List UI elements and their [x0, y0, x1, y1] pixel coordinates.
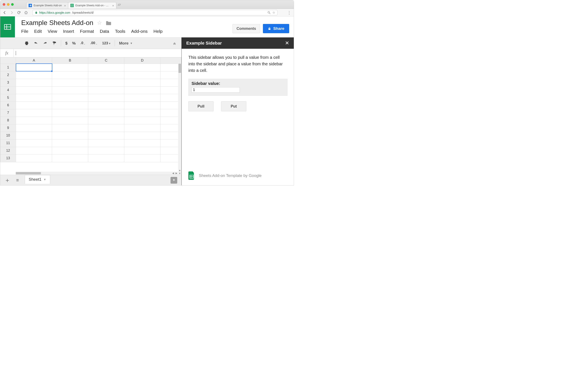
tab-close-icon[interactable]: × [64, 4, 66, 7]
cell-C2[interactable] [88, 71, 124, 79]
undo-icon[interactable] [34, 41, 38, 45]
address-bar[interactable]: https://docs.google.com/spreadsheets/d/ … [32, 10, 277, 15]
new-tab-button[interactable]: ▱ [118, 2, 121, 7]
scroll-left-icon[interactable]: ◀ [171, 172, 175, 175]
col-header-C[interactable]: C [88, 57, 124, 64]
row-header-4[interactable]: 4 [0, 86, 16, 94]
back-button[interactable] [3, 11, 7, 14]
cell-D5[interactable] [124, 94, 160, 101]
row-header-6[interactable]: 6 [0, 101, 16, 109]
cell-D2[interactable] [124, 71, 160, 79]
cell-C13[interactable] [88, 154, 124, 162]
row-header-13[interactable]: 13 [0, 154, 16, 162]
select-all-corner[interactable] [0, 57, 16, 64]
sheet-tab-menu-icon[interactable]: ▼ [43, 178, 46, 181]
cell-D9[interactable] [124, 124, 160, 132]
row-header-1[interactable]: 1 [0, 64, 16, 71]
scroll-right-icon[interactable]: ▶ [175, 172, 178, 175]
row-header-12[interactable]: 12 [0, 147, 16, 154]
cell-C9[interactable] [88, 124, 124, 132]
cell-A8[interactable] [16, 117, 52, 124]
browser-menu-icon[interactable]: ⋮ [287, 10, 291, 15]
cell-A5[interactable] [16, 94, 52, 101]
redo-icon[interactable] [43, 41, 47, 45]
menu-insert[interactable]: Insert [63, 29, 74, 34]
cell-B11[interactable] [52, 139, 88, 147]
cell-C6[interactable] [88, 101, 124, 109]
row-header-3[interactable]: 3 [0, 79, 16, 86]
spreadsheet-grid[interactable]: A B C D 12345678910111213 ▲ ▼ ◀ [0, 57, 181, 175]
currency-format-button[interactable]: $ [65, 41, 68, 46]
row-header-8[interactable]: 8 [0, 117, 16, 124]
cell-A1[interactable] [16, 64, 52, 71]
col-header-E[interactable] [160, 57, 181, 64]
pull-button[interactable]: Pull [188, 101, 214, 111]
cell-B10[interactable] [52, 132, 88, 139]
zoom-icon[interactable] [267, 11, 271, 14]
cell-C4[interactable] [88, 86, 124, 94]
window-close-button[interactable] [3, 3, 5, 6]
reload-button[interactable] [17, 11, 21, 14]
cell-C8[interactable] [88, 117, 124, 124]
comments-button[interactable]: Comments [232, 24, 260, 33]
col-header-D[interactable]: D [124, 57, 160, 64]
print-icon[interactable] [24, 41, 29, 46]
cell-B3[interactable] [52, 79, 88, 86]
menu-file[interactable]: File [21, 29, 28, 34]
forward-button[interactable] [10, 11, 14, 14]
increase-decimal-button[interactable]: .00→ [90, 41, 98, 45]
cell-A4[interactable] [16, 86, 52, 94]
col-header-A[interactable]: A [16, 57, 52, 64]
window-minimize-button[interactable] [7, 3, 10, 6]
cell-C12[interactable] [88, 147, 124, 154]
percent-format-button[interactable]: % [72, 41, 76, 46]
sheets-logo-icon[interactable] [0, 16, 15, 37]
cell-B7[interactable] [52, 109, 88, 117]
menu-data[interactable]: Data [100, 29, 109, 34]
cell-D8[interactable] [124, 117, 160, 124]
cell-B13[interactable] [52, 154, 88, 162]
bookmark-star-icon[interactable]: ☆ [272, 11, 275, 14]
menu-edit[interactable]: Edit [34, 29, 42, 34]
tab-close-icon[interactable]: × [112, 4, 114, 7]
cell-A10[interactable] [16, 132, 52, 139]
cell-C11[interactable] [88, 139, 124, 147]
cell-A13[interactable] [16, 154, 52, 162]
cell-A3[interactable] [16, 79, 52, 86]
cell-D10[interactable] [124, 132, 160, 139]
cell-B8[interactable] [52, 117, 88, 124]
browser-tab-0[interactable]: Example Sheets Add-on × [26, 2, 68, 9]
cell-D12[interactable] [124, 147, 160, 154]
scrollbar-thumb[interactable] [178, 64, 181, 73]
horizontal-scrollbar[interactable]: ◀ ▶ [16, 172, 178, 175]
more-formats-button[interactable]: More▾ [119, 41, 132, 46]
share-button[interactable]: Share [263, 24, 289, 33]
put-button[interactable]: Put [221, 101, 246, 111]
all-sheets-button[interactable]: ≡ [16, 178, 19, 183]
cell-B2[interactable] [52, 71, 88, 79]
formula-input[interactable] [14, 49, 181, 57]
cell-A7[interactable] [16, 109, 52, 117]
cell-C10[interactable] [88, 132, 124, 139]
menu-tools[interactable]: Tools [115, 29, 125, 34]
col-header-B[interactable]: B [52, 57, 88, 64]
number-format-button[interactable]: 123▾ [102, 41, 110, 45]
cell-B9[interactable] [52, 124, 88, 132]
cell-D7[interactable] [124, 109, 160, 117]
scroll-up-icon[interactable]: ▲ [178, 169, 181, 172]
browser-tab-1[interactable]: Example Sheets Add-on - Goo × [68, 2, 116, 9]
cell-A6[interactable] [16, 101, 52, 109]
cell-A11[interactable] [16, 139, 52, 147]
scrollbar-thumb[interactable] [16, 172, 41, 174]
menu-help[interactable]: Help [154, 29, 163, 34]
scroll-down-icon[interactable]: ▼ [178, 172, 181, 175]
cell-B5[interactable] [52, 94, 88, 101]
folder-icon[interactable] [106, 20, 112, 25]
menu-view[interactable]: View [48, 29, 57, 34]
row-header-2[interactable]: 2 [0, 71, 16, 79]
row-header-5[interactable]: 5 [0, 94, 16, 101]
close-icon[interactable]: ✕ [285, 40, 289, 46]
cell-D6[interactable] [124, 101, 160, 109]
star-icon[interactable]: ☆ [97, 20, 102, 26]
sheet-tab-active[interactable]: Sheet1 ▼ [25, 175, 50, 184]
